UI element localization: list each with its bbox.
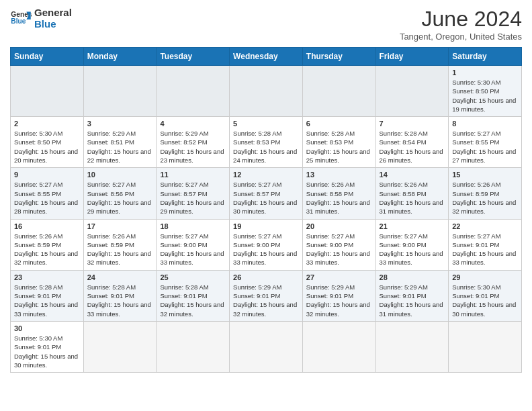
day-number: 21	[380, 222, 445, 230]
calendar-cell: 30Sunrise: 5:30 AMSunset: 9:01 PMDayligh…	[11, 321, 84, 372]
day-info: Sunrise: 5:29 AMSunset: 9:01 PMDaylight:…	[306, 283, 372, 318]
calendar-cell: 12Sunrise: 5:27 AMSunset: 8:57 PMDayligh…	[230, 168, 303, 219]
day-number: 22	[452, 222, 518, 230]
calendar-cell: 15Sunrise: 5:26 AMSunset: 8:59 PMDayligh…	[449, 168, 522, 219]
calendar-cell: 6Sunrise: 5:28 AMSunset: 8:53 PMDaylight…	[302, 117, 375, 168]
weekday-header-monday: Monday	[83, 48, 157, 66]
calendar-cell: 7Sunrise: 5:28 AMSunset: 8:54 PMDaylight…	[375, 117, 449, 168]
day-info: Sunrise: 5:27 AMSunset: 9:01 PMDaylight:…	[452, 232, 518, 267]
calendar-week-1: 1Sunrise: 5:30 AMSunset: 8:50 PMDaylight…	[11, 66, 522, 117]
calendar-cell: 26Sunrise: 5:29 AMSunset: 9:01 PMDayligh…	[230, 270, 303, 321]
day-number: 26	[233, 273, 299, 281]
day-number: 12	[233, 171, 299, 179]
calendar-cell: 21Sunrise: 5:27 AMSunset: 9:00 PMDayligh…	[375, 219, 449, 270]
calendar-cell	[157, 321, 230, 372]
calendar-cell	[375, 66, 449, 117]
day-number: 14	[380, 171, 445, 179]
day-info: Sunrise: 5:28 AMSunset: 9:01 PMDaylight:…	[14, 283, 80, 318]
calendar-cell	[302, 66, 375, 117]
calendar-cell	[83, 66, 157, 117]
calendar-cell: 23Sunrise: 5:28 AMSunset: 9:01 PMDayligh…	[11, 270, 84, 321]
calendar-cell: 10Sunrise: 5:27 AMSunset: 8:56 PMDayligh…	[83, 168, 157, 219]
day-number: 23	[14, 273, 80, 281]
day-info: Sunrise: 5:27 AMSunset: 9:00 PMDaylight:…	[160, 232, 226, 267]
day-info: Sunrise: 5:27 AMSunset: 8:56 PMDaylight:…	[87, 180, 153, 216]
calendar-cell	[230, 66, 303, 117]
day-number: 5	[233, 120, 299, 128]
calendar-cell: 3Sunrise: 5:29 AMSunset: 8:51 PMDaylight…	[83, 117, 157, 168]
day-info: Sunrise: 5:26 AMSunset: 8:58 PMDaylight:…	[306, 180, 372, 216]
calendar-week-4: 16Sunrise: 5:26 AMSunset: 8:59 PMDayligh…	[11, 219, 522, 270]
day-number: 25	[160, 273, 226, 281]
day-number: 9	[14, 171, 80, 179]
day-number: 4	[160, 120, 226, 128]
day-info: Sunrise: 5:27 AMSunset: 9:00 PMDaylight:…	[380, 232, 445, 267]
day-info: Sunrise: 5:27 AMSunset: 8:57 PMDaylight:…	[233, 180, 299, 216]
day-number: 20	[306, 222, 372, 230]
day-number: 8	[452, 120, 518, 128]
header: General Blue General Blue June 2024 Tang…	[10, 7, 522, 42]
calendar-week-3: 9Sunrise: 5:27 AMSunset: 8:55 PMDaylight…	[11, 168, 522, 219]
day-info: Sunrise: 5:27 AMSunset: 9:00 PMDaylight:…	[233, 232, 299, 267]
day-info: Sunrise: 5:27 AMSunset: 8:57 PMDaylight:…	[160, 180, 226, 216]
calendar-cell: 17Sunrise: 5:26 AMSunset: 8:59 PMDayligh…	[83, 219, 157, 270]
calendar-cell: 29Sunrise: 5:30 AMSunset: 9:01 PMDayligh…	[449, 270, 522, 321]
weekday-header-row: SundayMondayTuesdayWednesdayThursdayFrid…	[11, 48, 522, 66]
weekday-header-wednesday: Wednesday	[230, 48, 303, 66]
day-number: 7	[380, 120, 445, 128]
day-info: Sunrise: 5:26 AMSunset: 8:59 PMDaylight:…	[14, 232, 80, 267]
day-info: Sunrise: 5:29 AMSunset: 8:52 PMDaylight:…	[160, 129, 226, 165]
logo: General Blue General Blue	[10, 7, 72, 30]
day-number: 18	[160, 222, 226, 230]
calendar-cell: 8Sunrise: 5:27 AMSunset: 8:55 PMDaylight…	[449, 117, 522, 168]
title-area: June 2024 Tangent, Oregon, United States	[400, 7, 522, 42]
calendar-cell	[302, 321, 375, 372]
day-info: Sunrise: 5:27 AMSunset: 9:00 PMDaylight:…	[306, 232, 372, 267]
svg-text:Blue: Blue	[11, 17, 26, 25]
logo-blue: Blue	[34, 18, 72, 30]
calendar-cell	[83, 321, 157, 372]
day-number: 15	[452, 171, 518, 179]
calendar-cell: 1Sunrise: 5:30 AMSunset: 8:50 PMDaylight…	[449, 66, 522, 117]
calendar-cell: 19Sunrise: 5:27 AMSunset: 9:00 PMDayligh…	[230, 219, 303, 270]
calendar-cell: 22Sunrise: 5:27 AMSunset: 9:01 PMDayligh…	[449, 219, 522, 270]
day-info: Sunrise: 5:28 AMSunset: 9:01 PMDaylight:…	[160, 283, 226, 318]
day-info: Sunrise: 5:30 AMSunset: 9:01 PMDaylight:…	[14, 334, 80, 369]
calendar-cell: 16Sunrise: 5:26 AMSunset: 8:59 PMDayligh…	[11, 219, 84, 270]
calendar-cell: 20Sunrise: 5:27 AMSunset: 9:00 PMDayligh…	[302, 219, 375, 270]
day-info: Sunrise: 5:26 AMSunset: 8:58 PMDaylight:…	[380, 180, 445, 216]
day-info: Sunrise: 5:29 AMSunset: 9:01 PMDaylight:…	[233, 283, 299, 318]
calendar-cell: 11Sunrise: 5:27 AMSunset: 8:57 PMDayligh…	[157, 168, 230, 219]
calendar-cell: 9Sunrise: 5:27 AMSunset: 8:55 PMDaylight…	[11, 168, 84, 219]
weekday-header-thursday: Thursday	[302, 48, 375, 66]
calendar-cell: 13Sunrise: 5:26 AMSunset: 8:58 PMDayligh…	[302, 168, 375, 219]
calendar-cell	[230, 321, 303, 372]
day-info: Sunrise: 5:27 AMSunset: 8:55 PMDaylight:…	[452, 129, 518, 165]
calendar-table: SundayMondayTuesdayWednesdayThursdayFrid…	[10, 47, 522, 373]
day-number: 28	[380, 273, 445, 281]
weekday-header-saturday: Saturday	[449, 48, 522, 66]
calendar-cell: 28Sunrise: 5:29 AMSunset: 9:01 PMDayligh…	[375, 270, 449, 321]
calendar-cell: 18Sunrise: 5:27 AMSunset: 9:00 PMDayligh…	[157, 219, 230, 270]
calendar-cell: 4Sunrise: 5:29 AMSunset: 8:52 PMDaylight…	[157, 117, 230, 168]
day-number: 30	[14, 324, 80, 332]
calendar-cell	[375, 321, 449, 372]
location-subtitle: Tangent, Oregon, United States	[400, 32, 522, 42]
day-info: Sunrise: 5:30 AMSunset: 9:01 PMDaylight:…	[452, 283, 518, 318]
calendar-cell: 25Sunrise: 5:28 AMSunset: 9:01 PMDayligh…	[157, 270, 230, 321]
calendar-cell: 2Sunrise: 5:30 AMSunset: 8:50 PMDaylight…	[11, 117, 84, 168]
day-info: Sunrise: 5:29 AMSunset: 8:51 PMDaylight:…	[87, 129, 153, 165]
day-info: Sunrise: 5:26 AMSunset: 8:59 PMDaylight:…	[452, 180, 518, 216]
weekday-header-friday: Friday	[375, 48, 449, 66]
month-title: June 2024	[400, 7, 522, 32]
calendar-cell: 14Sunrise: 5:26 AMSunset: 8:58 PMDayligh…	[375, 168, 449, 219]
logo-icon: General Blue	[10, 7, 32, 29]
calendar-cell	[157, 66, 230, 117]
day-number: 3	[87, 120, 153, 128]
calendar-cell	[11, 66, 84, 117]
day-info: Sunrise: 5:26 AMSunset: 8:59 PMDaylight:…	[87, 232, 153, 267]
day-number: 16	[14, 222, 80, 230]
day-info: Sunrise: 5:28 AMSunset: 8:53 PMDaylight:…	[233, 129, 299, 165]
day-number: 19	[233, 222, 299, 230]
day-number: 2	[14, 120, 80, 128]
